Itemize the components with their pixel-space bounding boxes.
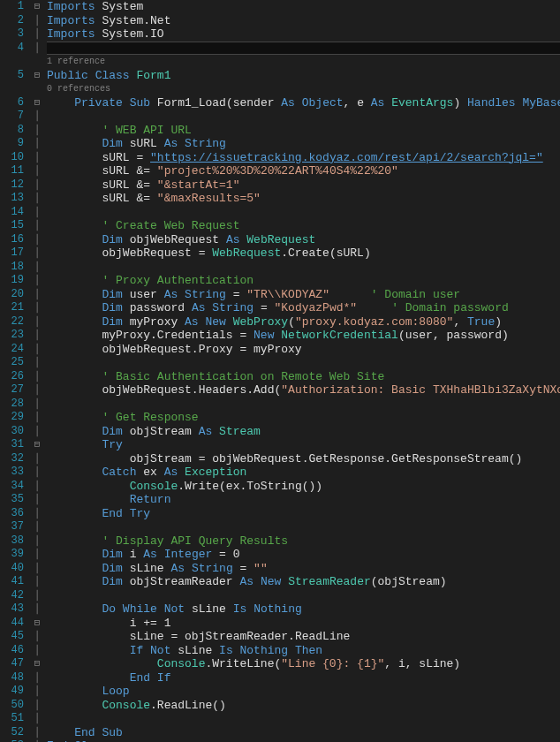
code-line: objWebRequest.Headers.Add("Authorization…	[47, 383, 560, 398]
code-line: Return	[47, 493, 560, 507]
code-line: Dim sLine As String = ""	[47, 562, 560, 576]
code-line: Console.ReadLine()	[47, 699, 560, 713]
code-line: ' Proxy Authentication	[47, 274, 560, 288]
code-line: Imports System	[47, 0, 560, 14]
current-line[interactable]	[47, 42, 560, 56]
code-line: objStream = objWebRequest.GetResponse.Ge…	[47, 452, 560, 466]
fold-toggle-icon[interactable]: ⊟	[31, 0, 43, 14]
code-line: ' WEB API URL	[47, 124, 560, 138]
fold-toggle-icon[interactable]: ⊟	[31, 657, 43, 671]
code-line: i += 1	[47, 617, 560, 631]
code-line: Dim i As Integer = 0	[47, 548, 560, 562]
code-line: sURL = "https://issuetracking.kodyaz.com…	[47, 151, 560, 165]
code-line: sURL &= "&startAt=1"	[47, 178, 560, 193]
code-line: Dim user As String = "TR\\KODYAZ" ' Doma…	[47, 288, 560, 302]
code-line: End If	[47, 671, 560, 685]
fold-toggle-icon[interactable]: ⊟	[31, 69, 43, 83]
line-number-gutter: 1 2 3 4 5 6 7 8 9 10 11 12 13 14 15 16 1…	[0, 0, 31, 742]
code-line: sLine = objStreamReader.ReadLine	[47, 630, 560, 644]
code-line: Do While Not sLine Is Nothing	[47, 602, 560, 617]
code-line: objWebRequest = WebRequest.Create(sURL)	[47, 246, 560, 261]
code-line: Dim password As String = "KodyazPwd*" ' …	[47, 301, 560, 315]
code-line: End Sub	[47, 726, 560, 740]
code-line: Console.Write(ex.ToString())	[47, 480, 560, 494]
code-line: End Try	[47, 507, 560, 521]
code-line: Dim objStream As Stream	[47, 425, 560, 439]
code-line: Public Class Form1	[47, 69, 560, 83]
code-editor[interactable]: Imports System Imports System.Net Import…	[43, 0, 560, 742]
codelens-references[interactable]: 0 references	[47, 82, 560, 96]
code-line: Try	[47, 438, 560, 452]
code-line: Dim myProxy As New WebProxy("proxy.kodya…	[47, 315, 560, 329]
code-line: myProxy.Credentials = New NetworkCredent…	[47, 329, 560, 343]
code-line: Private Sub Form1_Load(sender As Object,…	[47, 96, 560, 110]
code-line: ' Create Web Request	[47, 219, 560, 233]
code-line: Catch ex As Exception	[47, 466, 560, 480]
code-line: ' Basic Authentication on Remote Web Sit…	[47, 370, 560, 384]
code-line: Imports System.Net	[47, 14, 560, 28]
code-line: ' Get Response	[47, 411, 560, 425]
codelens-references[interactable]: 1 reference	[47, 55, 560, 69]
code-line: objWebRequest.Proxy = myProxy	[47, 343, 560, 357]
code-line: Dim objStreamReader As New StreamReader(…	[47, 575, 560, 589]
fold-gutter[interactable]: ⊟ │││ ⊟ ⊟ ││││││││││││││││││││││││ ⊟ │││…	[31, 0, 43, 742]
code-line: If Not sLine Is Nothing Then	[47, 644, 560, 658]
code-line: Dim sURL As String	[47, 137, 560, 151]
code-line: Imports System.IO	[47, 27, 560, 42]
code-line: sURL &= "project%20%3D%20%22ART%40S4%22%…	[47, 164, 560, 178]
code-line: Dim objWebRequest As WebRequest	[47, 233, 560, 247]
fold-toggle-icon[interactable]: ⊟	[31, 617, 43, 631]
fold-toggle-icon[interactable]: ⊟	[31, 438, 43, 452]
fold-toggle-icon[interactable]: ⊟	[31, 96, 43, 110]
code-line: sURL &= "&maxResults=5"	[47, 192, 560, 206]
code-line: Loop	[47, 685, 560, 699]
code-line: Console.WriteLine("Line {0}: {1}", i, sL…	[47, 657, 560, 671]
code-line: ' Display API Query Results	[47, 534, 560, 549]
